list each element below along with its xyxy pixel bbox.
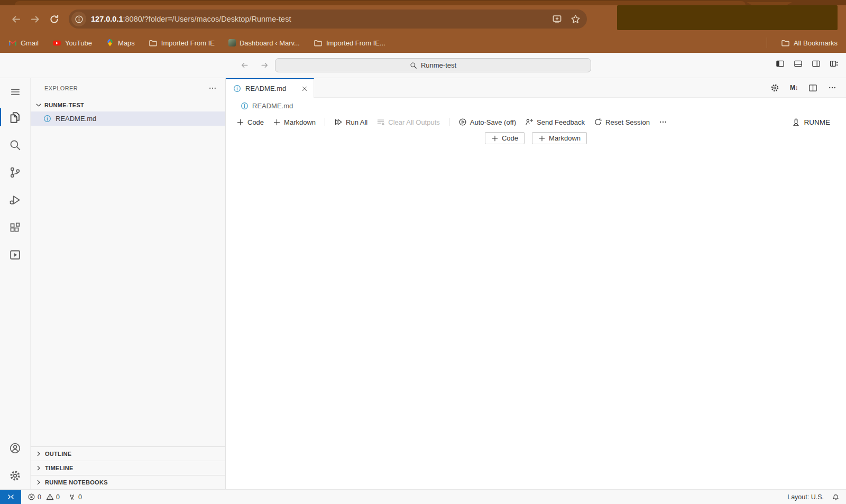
timeline-section-header[interactable]: TIMELINE <box>31 461 225 475</box>
sidebar-item-extensions[interactable] <box>0 213 31 241</box>
toolbar-more-button[interactable] <box>659 118 667 126</box>
plus-icon <box>491 135 499 142</box>
reset-session-button[interactable]: Reset Session <box>594 118 650 126</box>
workspace-name: RUNME-TEST <box>44 102 84 108</box>
browser-active-tab[interactable] <box>15 1 746 5</box>
all-bookmarks-button[interactable]: All Bookmarks <box>781 39 838 48</box>
file-name: README.md <box>56 115 96 123</box>
clear-all-outputs-button[interactable]: Clear All Outputs <box>376 118 440 126</box>
menu-button[interactable] <box>0 80 31 104</box>
site-info-button[interactable] <box>71 12 86 26</box>
activity-bar <box>0 78 31 489</box>
outline-section-header[interactable]: OUTLINE <box>31 446 225 461</box>
auto-save-button[interactable]: Auto-Save (off) <box>458 118 516 126</box>
run-all-button[interactable]: Run All <box>334 118 367 126</box>
file-row-readme[interactable]: README.md <box>31 111 225 126</box>
plus-icon <box>538 135 546 142</box>
error-icon <box>27 493 35 501</box>
open-markdown-editor-button[interactable]: M↓ <box>790 84 798 91</box>
bookmark-star-icon[interactable] <box>571 14 581 24</box>
run-all-icon <box>334 118 343 126</box>
sidebar-item-run-debug[interactable] <box>0 186 31 213</box>
split-editor-button[interactable] <box>808 83 817 92</box>
sidebar-item-search[interactable] <box>0 131 31 158</box>
bookmarks-bar: Gmail YouTube Maps Imported From IE Dash… <box>0 33 846 53</box>
ports-status[interactable]: 0 <box>68 493 82 501</box>
explorer-header: EXPLORER <box>31 78 225 98</box>
bookmark-item-dashboard[interactable]: Dashboard ‹ Marv... <box>228 39 300 47</box>
chevron-right-icon <box>35 464 42 472</box>
problems-status[interactable]: 0 0 <box>27 493 60 501</box>
more-actions-button[interactable] <box>828 83 836 92</box>
add-markdown-button[interactable]: Markdown <box>273 118 316 126</box>
browser-reload-button[interactable] <box>44 10 63 29</box>
send-feedback-button[interactable]: Send Feedback <box>525 118 585 126</box>
bookmarks-divider <box>767 38 767 48</box>
bookmark-item-imported-ie-2[interactable]: Imported From IE... <box>314 39 385 48</box>
chevron-right-icon <box>35 479 42 486</box>
section-label: RUNME NOTEBOOKS <box>45 479 108 486</box>
browser-tab-strip <box>0 0 846 5</box>
bookmark-item-imported-ie[interactable]: Imported From IE <box>149 39 215 48</box>
runme-notebooks-section-header[interactable]: RUNME NOTEBOOKS <box>31 475 225 489</box>
customize-layout-button[interactable] <box>830 59 839 68</box>
plus-icon <box>273 118 281 126</box>
sidebar-item-source-control[interactable] <box>0 158 31 186</box>
add-markdown-cell-button[interactable]: Markdown <box>532 132 587 144</box>
add-code-button[interactable]: Code <box>236 118 264 126</box>
workspace-section-header[interactable]: RUNME-TEST <box>31 98 225 111</box>
command-center-label: Runme-test <box>421 61 456 69</box>
notebook-settings-button[interactable] <box>770 83 779 92</box>
chevron-right-icon <box>35 450 42 458</box>
sidebar-item-explorer[interactable] <box>0 104 31 131</box>
bookmark-item-gmail[interactable]: Gmail <box>8 39 39 47</box>
remote-indicator[interactable] <box>0 490 21 504</box>
go-forward-button[interactable] <box>258 59 271 71</box>
toggle-secondary-sidebar-button[interactable] <box>812 59 821 68</box>
button-label: Markdown <box>284 118 316 126</box>
go-back-button[interactable] <box>238 59 251 71</box>
keyboard-layout-indicator[interactable]: Layout: U.S. <box>787 493 824 501</box>
settings-button[interactable] <box>0 462 31 489</box>
browser-back-button[interactable] <box>6 10 25 29</box>
youtube-icon <box>52 39 61 48</box>
error-count: 0 <box>38 493 41 501</box>
url-text[interactable]: 127.0.0.1:8080/?folder=/Users/macos/Desk… <box>91 15 552 23</box>
explorer-more-actions-button[interactable] <box>208 84 217 92</box>
runme-markdown-file-icon <box>241 102 249 110</box>
extensions-icon <box>9 221 21 234</box>
sidebar-item-runme[interactable] <box>0 241 31 268</box>
account-button[interactable] <box>0 434 31 462</box>
bookmark-item-maps[interactable]: Maps <box>106 39 135 47</box>
folder-icon <box>314 39 323 48</box>
url-bar[interactable]: 127.0.0.1:8080/?folder=/Users/macos/Desk… <box>69 10 587 29</box>
toolbar-divider <box>449 118 449 126</box>
browser-forward-button[interactable] <box>25 10 44 29</box>
button-label: Run All <box>346 118 367 126</box>
toggle-sidebar-button[interactable] <box>776 59 785 68</box>
screen: 127.0.0.1:8080/?folder=/Users/macos/Desk… <box>0 0 846 504</box>
button-label: Reset Session <box>605 118 650 126</box>
toggle-panel-button[interactable] <box>794 59 803 68</box>
circle-play-icon <box>458 118 467 126</box>
command-center-search[interactable]: Runme-test <box>275 58 591 72</box>
debug-icon <box>9 194 21 206</box>
bookmark-label: Maps <box>118 39 135 47</box>
bookmark-item-youtube[interactable]: YouTube <box>52 39 92 48</box>
breadcrumb[interactable]: README.md <box>226 98 846 114</box>
ellipsis-icon <box>659 118 667 126</box>
warning-icon <box>46 493 54 501</box>
tab-readme[interactable]: README.md <box>226 78 314 98</box>
runme-play-icon <box>9 249 21 261</box>
install-app-icon[interactable] <box>552 14 562 24</box>
bell-icon[interactable] <box>832 493 840 501</box>
close-icon[interactable] <box>301 85 308 92</box>
reload-icon <box>49 14 59 24</box>
files-icon <box>9 111 21 124</box>
explorer-sidebar: EXPLORER RUNME-TEST README.md OUTLINE <box>31 78 226 489</box>
plus-icon <box>236 118 244 126</box>
refresh-icon <box>594 118 602 126</box>
add-code-cell-button[interactable]: Code <box>485 132 525 144</box>
all-bookmarks-label: All Bookmarks <box>794 39 838 47</box>
person-feedback-icon <box>525 118 534 126</box>
